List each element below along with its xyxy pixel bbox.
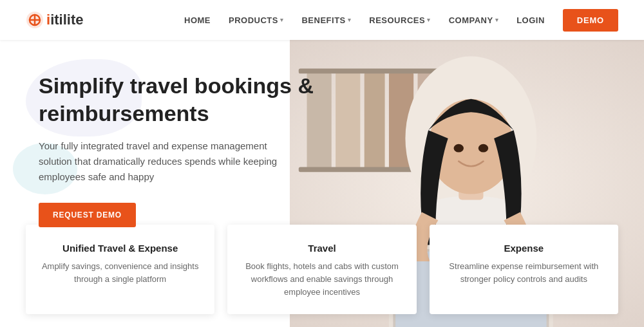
nav-home[interactable]: HOME <box>184 15 211 25</box>
logo[interactable]: iitilite <box>26 11 83 29</box>
card-travel-text: Book flights, hotels and cabs with custo… <box>243 260 401 299</box>
svg-point-17 <box>478 144 488 153</box>
nav-products[interactable]: PRODUCTS ▾ <box>229 15 283 25</box>
feature-cards: Unified Travel & Expense Amplify savings… <box>0 225 644 327</box>
card-unified: Unified Travel & Expense Amplify savings… <box>26 225 214 314</box>
card-unified-title: Unified Travel & Expense <box>41 243 199 254</box>
card-expense-title: Expense <box>445 243 603 254</box>
nav-resources[interactable]: RESOURCES ▾ <box>369 15 430 25</box>
nav-company[interactable]: COMPANY ▾ <box>449 15 498 25</box>
request-demo-button[interactable]: REQUEST DEMO <box>39 203 136 227</box>
hero-text-area: Simplify travel bookings & reimbursement… <box>39 72 335 227</box>
nav-login[interactable]: LOGIN <box>516 15 545 25</box>
chevron-down-icon: ▾ <box>495 17 499 23</box>
main-nav: HOME PRODUCTS ▾ BENEFITS ▾ RESOURCES ▾ C… <box>184 9 618 32</box>
hero-section: Simplify travel bookings & reimbursement… <box>0 40 644 327</box>
hero-title: Simplify travel bookings & reimbursement… <box>39 72 335 127</box>
header: iitilite HOME PRODUCTS ▾ BENEFITS ▾ RESO… <box>0 0 644 40</box>
card-expense-text: Streamline expense reimbursement with st… <box>445 260 603 286</box>
svg-rect-7 <box>365 73 385 171</box>
card-unified-text: Amplify savings, convenience and insight… <box>41 260 199 286</box>
svg-point-16 <box>454 144 464 153</box>
chevron-down-icon: ▾ <box>280 17 284 23</box>
card-travel: Travel Book flights, hotels and cabs wit… <box>227 225 416 314</box>
card-expense: Expense Streamline expense reimbursement… <box>430 225 618 314</box>
demo-button[interactable]: DEMO <box>563 9 618 32</box>
card-travel-title: Travel <box>243 243 401 254</box>
svg-rect-6 <box>336 73 360 171</box>
chevron-down-icon: ▾ <box>427 17 431 23</box>
nav-benefits[interactable]: BENEFITS ▾ <box>301 15 351 25</box>
chevron-down-icon: ▾ <box>348 17 352 23</box>
logo-text: iitilite <box>46 12 83 28</box>
logo-icon <box>26 11 44 29</box>
hero-subtitle: Your fully integrated travel and expense… <box>39 138 296 185</box>
